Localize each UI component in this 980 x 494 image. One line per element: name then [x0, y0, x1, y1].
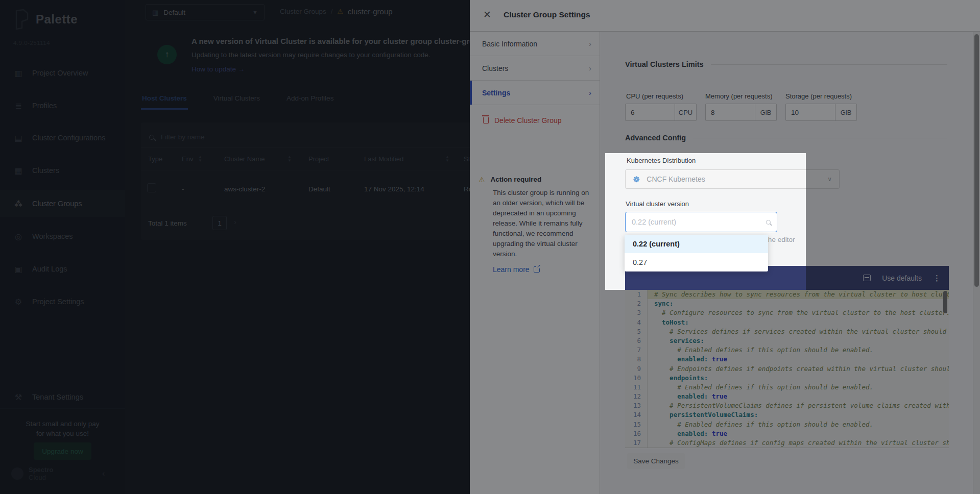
action-required-alert: ⚠ Action required This cluster group is …	[470, 169, 600, 274]
k8s-distribution-select[interactable]: ☸ CNCF Kubernetes ∨	[625, 169, 840, 189]
kubernetes-icon: ☸	[633, 175, 640, 184]
learn-more-link[interactable]: Learn more	[493, 265, 591, 274]
virtual-cluster-version-combobox	[625, 212, 777, 232]
code-line: 14 persistentVolumeClaims:	[625, 410, 949, 419]
memory-field: GiB	[705, 104, 777, 121]
storage-field: GiB	[785, 104, 857, 121]
code-line: 11 # Enabled defines if this option shou…	[625, 383, 949, 392]
code-line: 10 endpoints:	[625, 374, 949, 383]
code-line: 15 # Enabled defines if this option shou…	[625, 420, 949, 429]
k8s-distribution-value: CNCF Kubernetes	[647, 175, 821, 183]
code-line: 7 # Enabled defines if this option shoul…	[625, 345, 949, 355]
virtual-cluster-version-label: Virtual cluster version	[626, 200, 689, 208]
cluster-group-settings-drawer: ✕ Cluster Group Settings Basic Informati…	[470, 0, 980, 494]
nav-settings[interactable]: Settings ›	[470, 81, 600, 105]
close-icon[interactable]: ✕	[481, 9, 493, 21]
cpu-label: CPU (per requests)	[626, 92, 683, 100]
diff-view-icon[interactable]	[863, 275, 871, 281]
code-line: 2sync:	[625, 299, 949, 308]
chevron-down-icon: ∨	[827, 176, 832, 183]
yaml-editor[interactable]: 1# Sync describes how to sync resources …	[625, 290, 949, 448]
external-link-icon	[534, 266, 540, 273]
storage-label: Storage (per requests)	[785, 92, 852, 100]
nav-basic-information[interactable]: Basic Information ›	[470, 32, 600, 56]
chevron-right-icon: ›	[589, 64, 591, 72]
alert-title: Action required	[491, 176, 542, 184]
drawer-header: ✕ Cluster Group Settings	[470, 0, 980, 32]
code-line: 1# Sync describes how to sync resources …	[625, 290, 949, 299]
warning-icon: ⚠	[479, 176, 485, 184]
code-line: 12 enabled: true	[625, 392, 949, 401]
alert-body: This cluster group is running on an olde…	[493, 188, 594, 259]
nav-clusters[interactable]: Clusters ›	[470, 56, 600, 81]
drawer-title: Cluster Group Settings	[504, 10, 590, 19]
chevron-right-icon: ›	[589, 88, 591, 97]
search-icon	[766, 220, 771, 225]
code-line: 16 enabled: true	[625, 429, 949, 438]
k8s-distribution-label: Kubernetes Distribution	[627, 157, 696, 164]
code-line: 3 # Configure resources to sync from the…	[625, 308, 949, 317]
delete-cluster-group-button[interactable]: Delete Cluster Group	[470, 105, 600, 125]
code-line: 9 # Endpoints defines if endpoints creat…	[625, 364, 949, 374]
use-defaults-button[interactable]: Use defaults	[882, 274, 922, 282]
version-search-input[interactable]	[632, 218, 766, 226]
advanced-section-header: Advanced Config	[625, 134, 947, 142]
chevron-right-icon: ›	[589, 39, 591, 48]
code-line: 13 # PersistentVolumeClaims defines if p…	[625, 401, 949, 410]
code-line: 4 toHost:	[625, 318, 949, 327]
code-line: 17 # ConfigMaps defines if config maps c…	[625, 438, 949, 448]
editor-scrollbar-thumb[interactable]	[943, 291, 947, 313]
save-changes-button[interactable]: Save Changes	[627, 453, 685, 469]
memory-label: Memory (per requests)	[705, 92, 772, 100]
storage-unit: GiB	[835, 104, 856, 120]
version-dropdown-menu: 0.22 (current) 0.27	[625, 235, 768, 271]
drawer-nav: Basic Information › Clusters › Settings …	[470, 32, 600, 494]
trash-icon	[483, 117, 489, 124]
memory-input[interactable]	[706, 104, 755, 120]
cpu-unit: CPU	[675, 104, 696, 120]
drawer-scrollbar-thumb[interactable]	[974, 34, 979, 287]
code-line: 6 services:	[625, 336, 949, 345]
settings-content: Virtual Clusters Limits CPU (per request…	[600, 32, 980, 494]
code-line: 8 enabled: true	[625, 355, 949, 364]
kebab-menu-icon[interactable]: ⋮	[933, 274, 941, 283]
option-0-22-current[interactable]: 0.22 (current)	[625, 235, 768, 253]
drawer-scrollbar[interactable]	[973, 32, 980, 494]
limits-section-header: Virtual Clusters Limits	[625, 60, 947, 68]
cpu-input[interactable]	[626, 104, 675, 120]
storage-input[interactable]	[786, 104, 835, 120]
option-0-27[interactable]: 0.27	[625, 253, 768, 271]
memory-unit: GiB	[755, 104, 776, 120]
cpu-field: CPU	[625, 104, 697, 121]
code-line: 5 # Services defines if services created…	[625, 327, 949, 336]
